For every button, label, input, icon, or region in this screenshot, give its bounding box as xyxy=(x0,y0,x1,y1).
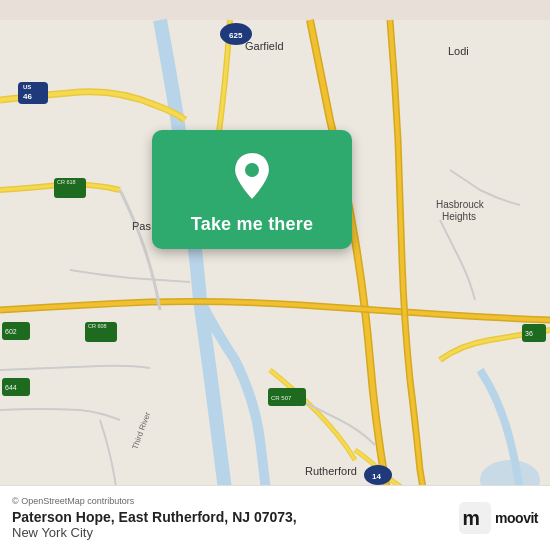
take-me-there-button-label: Take me there xyxy=(191,214,313,235)
svg-text:Pas: Pas xyxy=(132,220,151,232)
moovit-brand-label: moovit xyxy=(495,510,538,526)
svg-text:644: 644 xyxy=(5,384,17,391)
bottom-bar: © OpenStreetMap contributors Paterson Ho… xyxy=(0,485,550,550)
svg-text:CR 618: CR 618 xyxy=(57,179,76,185)
svg-text:36: 36 xyxy=(525,330,533,337)
svg-text:46: 46 xyxy=(23,92,32,101)
svg-text:14: 14 xyxy=(372,472,381,481)
svg-text:CR 507: CR 507 xyxy=(271,395,292,401)
svg-text:Lodi: Lodi xyxy=(448,45,469,57)
map-container: US 46 625 CR 618 CR 608 602 644 36 CR 50… xyxy=(0,0,550,550)
svg-text:Garfield: Garfield xyxy=(245,40,284,52)
take-me-there-card[interactable]: Take me there xyxy=(152,130,352,249)
location-subtitle: New York City xyxy=(12,525,297,540)
osm-attribution: © OpenStreetMap contributors xyxy=(12,496,297,506)
bottom-left-info: © OpenStreetMap contributors Paterson Ho… xyxy=(12,496,297,540)
svg-text:Rutherford: Rutherford xyxy=(305,465,357,477)
svg-text:625: 625 xyxy=(229,31,243,40)
moovit-icon: m xyxy=(459,502,491,534)
map-background: US 46 625 CR 618 CR 608 602 644 36 CR 50… xyxy=(0,0,550,550)
location-title: Paterson Hope, East Rutherford, NJ 07073… xyxy=(12,509,297,525)
svg-point-29 xyxy=(245,163,259,177)
svg-text:US: US xyxy=(23,84,31,90)
svg-text:Heights: Heights xyxy=(442,211,476,222)
svg-text:CR 608: CR 608 xyxy=(88,323,107,329)
moovit-logo: m moovit xyxy=(459,502,538,534)
svg-text:m: m xyxy=(463,507,480,529)
location-pin-icon xyxy=(228,148,276,204)
svg-text:Hasbrouck: Hasbrouck xyxy=(436,199,485,210)
svg-text:602: 602 xyxy=(5,328,17,335)
